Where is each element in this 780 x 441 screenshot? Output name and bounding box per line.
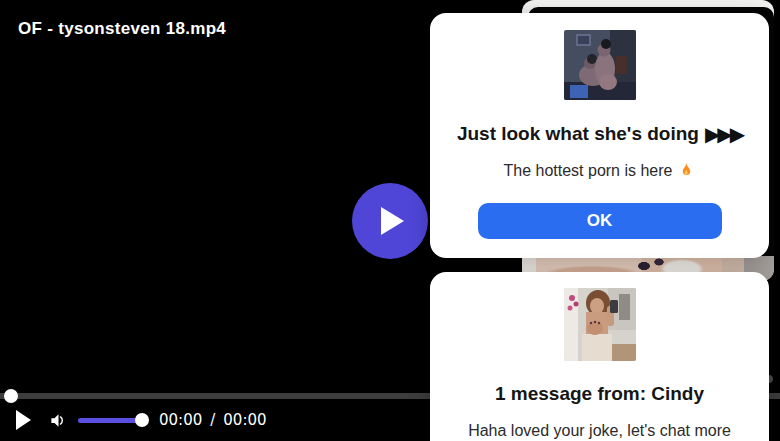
offer-title: Just look what she's doing ▶▶▶: [430, 122, 769, 145]
message-text: Haha loved your joke, let's chat more: [430, 421, 769, 441]
seek-thumb[interactable]: [4, 389, 18, 403]
offer-thumbnail[interactable]: [564, 30, 636, 100]
current-time: 00:00: [159, 411, 202, 429]
message-title: 1 message from: Cindy: [430, 382, 769, 405]
duration: 00:00: [223, 411, 266, 429]
mute-button[interactable]: [49, 411, 68, 430]
video-title: OF - tysonsteven 18.mp4: [18, 19, 226, 39]
time-separator: /: [210, 411, 215, 429]
volume-slider[interactable]: [78, 413, 142, 427]
time-display: 00:00 / 00:00: [159, 411, 267, 429]
page: OF - tysonsteven 18.mp4: [0, 0, 780, 441]
player-controls: 00:00 / 00:00: [0, 406, 430, 434]
volume-thumb[interactable]: [135, 413, 149, 427]
offer-subtitle: The hottest porn is here: [430, 161, 769, 181]
cindy-photo[interactable]: [564, 288, 636, 361]
play-icon: [381, 207, 405, 235]
fire-icon: [677, 162, 695, 180]
offer-subtitle-text: The hottest porn is here: [504, 161, 673, 181]
offer-thumbnail-image: [564, 30, 636, 100]
triple-arrow-icon: ▶▶▶: [705, 124, 742, 144]
popup-message[interactable]: 1 message from: Cindy Haha loved your jo…: [430, 272, 769, 441]
volume-track: [78, 418, 142, 423]
popup-offer[interactable]: Just look what she's doing ▶▶▶ The hotte…: [430, 13, 769, 258]
offer-title-text: Just look what she's doing: [457, 122, 699, 145]
ok-button[interactable]: OK: [478, 203, 722, 239]
cindy-photo-image: [564, 288, 636, 361]
speaker-icon: [49, 411, 68, 430]
play-button[interactable]: [16, 410, 32, 430]
play-icon: [16, 410, 32, 430]
big-play-button[interactable]: [352, 183, 428, 259]
